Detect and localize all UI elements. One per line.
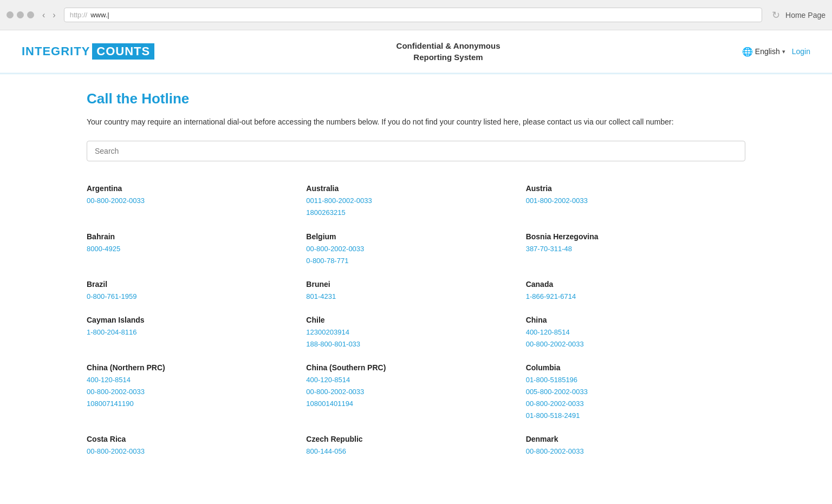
browser-dots bbox=[6, 11, 34, 18]
login-link[interactable]: Login bbox=[792, 47, 810, 56]
country-name: Costa Rica bbox=[87, 435, 306, 443]
browser-chrome: ‹ › http:// www.| ↻ Home Page bbox=[0, 0, 832, 30]
logo-integrity: INTEGRITY bbox=[22, 44, 90, 58]
country-phone[interactable]: 801-4231 bbox=[306, 291, 525, 303]
country-phone[interactable]: 387-70-311-48 bbox=[526, 243, 745, 255]
country-phone[interactable]: 400-120-8514 bbox=[526, 326, 745, 338]
country-entry: Brunei801-4231 bbox=[306, 273, 525, 309]
country-name: China (Southern PRC) bbox=[306, 363, 525, 372]
browser-forward-button[interactable]: › bbox=[50, 9, 58, 21]
country-name: Brunei bbox=[306, 280, 525, 289]
main-content: Call the Hotline Your country may requir… bbox=[0, 74, 832, 486]
country-entry: Argentina00-800-2002-0033 bbox=[87, 178, 306, 225]
country-phone[interactable]: 00-800-2002-0033 bbox=[306, 243, 525, 255]
country-phone[interactable]: 00-800-2002-0033 bbox=[526, 338, 745, 350]
country-entry: Costa Rica00-800-2002-0033 bbox=[87, 428, 306, 464]
browser-reload-icon[interactable]: ↻ bbox=[772, 9, 780, 21]
country-phone[interactable]: 00-800-2002-0033 bbox=[87, 446, 306, 457]
browser-homepage-label[interactable]: Home Page bbox=[785, 11, 826, 19]
country-phone[interactable]: 00-800-2002-0033 bbox=[306, 386, 525, 398]
browser-address-bar[interactable]: http:// www.| bbox=[64, 8, 762, 22]
logo-container: INTEGRITY COUNTS bbox=[22, 43, 154, 60]
country-entry: Canada1-866-921-6714 bbox=[526, 273, 745, 309]
country-entry: China (Northern PRC)400-120-851400-800-2… bbox=[87, 357, 306, 428]
browser-dot-1 bbox=[6, 11, 14, 18]
country-phone[interactable]: 400-120-8514 bbox=[87, 374, 306, 386]
country-name: Australia bbox=[306, 184, 525, 193]
header-center-text: Confidential & Anonymous Reporting Syste… bbox=[396, 40, 500, 63]
country-name: China (Northern PRC) bbox=[87, 363, 306, 372]
browser-url: www.| bbox=[90, 11, 109, 19]
country-name: Belgium bbox=[306, 232, 525, 241]
country-name: Bahrain bbox=[87, 232, 306, 241]
country-name: Cayman Islands bbox=[87, 316, 306, 324]
logo-counts: COUNTS bbox=[92, 43, 154, 60]
country-phone[interactable]: 00-800-2002-0033 bbox=[526, 446, 745, 457]
site-header: INTEGRITY COUNTS Confidential & Anonymou… bbox=[0, 30, 832, 74]
country-phone[interactable]: 0011-800-2002-0033 bbox=[306, 195, 525, 207]
browser-nav: ‹ › bbox=[40, 9, 58, 21]
country-name: Brazil bbox=[87, 280, 306, 289]
country-entry: Cayman Islands1-800-204-8116 bbox=[87, 309, 306, 357]
browser-dot-3 bbox=[27, 11, 34, 18]
country-entry: China (Southern PRC)400-120-851400-800-2… bbox=[306, 357, 525, 428]
country-entry: Austria001-800-2002-0033 bbox=[526, 178, 745, 225]
header-center: Confidential & Anonymous Reporting Syste… bbox=[396, 40, 500, 63]
country-phone[interactable]: 00-800-2002-0033 bbox=[526, 398, 745, 410]
header-right: 🌐 English ▾ Login bbox=[742, 47, 810, 57]
country-grid: Argentina00-800-2002-0033Australia0011-8… bbox=[87, 178, 745, 464]
country-phone[interactable]: 00-800-2002-0033 bbox=[87, 195, 306, 207]
country-name: Chile bbox=[306, 316, 525, 324]
country-name: Canada bbox=[526, 280, 745, 289]
country-entry: Czech Republic800-144-056 bbox=[306, 428, 525, 464]
header-line2: Reporting System bbox=[413, 53, 483, 62]
browser-dot-2 bbox=[17, 11, 24, 18]
country-entry: Columbia01-800-5185196005-800-2002-00330… bbox=[526, 357, 745, 428]
country-phone[interactable]: 001-800-2002-0033 bbox=[526, 195, 745, 207]
country-phone[interactable]: 800-144-056 bbox=[306, 446, 525, 457]
search-input[interactable] bbox=[87, 141, 745, 161]
header-line1: Confidential & Anonymous bbox=[396, 41, 500, 50]
country-phone[interactable]: 00-800-2002-0033 bbox=[87, 386, 306, 398]
country-name: Columbia bbox=[526, 363, 745, 372]
country-phone[interactable]: 8000-4925 bbox=[87, 243, 306, 255]
country-entry: Brazil0-800-761-1959 bbox=[87, 273, 306, 309]
country-phone[interactable]: 01-800-5185196 bbox=[526, 374, 745, 386]
country-phone[interactable]: 01-800-518-2491 bbox=[526, 410, 745, 422]
lang-icon: 🌐 bbox=[742, 47, 753, 57]
country-name: Czech Republic bbox=[306, 435, 525, 443]
country-phone[interactable]: 12300203914 bbox=[306, 326, 525, 338]
country-name: Bosnia Herzegovina bbox=[526, 232, 745, 241]
country-phone[interactable]: 1800263215 bbox=[306, 207, 525, 219]
country-entry: Australia0011-800-2002-00331800263215 bbox=[306, 178, 525, 225]
country-entry: Denmark00-800-2002-0033 bbox=[526, 428, 745, 464]
country-name: Argentina bbox=[87, 184, 306, 193]
page-title: Call the Hotline bbox=[87, 90, 745, 107]
country-phone[interactable]: 400-120-8514 bbox=[306, 374, 525, 386]
country-entry: China400-120-851400-800-2002-0033 bbox=[526, 309, 745, 357]
country-name: Denmark bbox=[526, 435, 745, 443]
country-entry: Bosnia Herzegovina387-70-311-48 bbox=[526, 226, 745, 273]
language-selector[interactable]: 🌐 English ▾ bbox=[742, 47, 785, 57]
country-entry: Belgium00-800-2002-00330-800-78-771 bbox=[306, 226, 525, 273]
lang-label: English bbox=[755, 47, 780, 56]
browser-protocol: http:// bbox=[70, 11, 88, 19]
country-phone[interactable]: 0-800-78-771 bbox=[306, 255, 525, 267]
country-entry: Bahrain8000-4925 bbox=[87, 226, 306, 273]
country-phone[interactable]: 108001401194 bbox=[306, 398, 525, 410]
lang-arrow-icon: ▾ bbox=[782, 48, 785, 55]
country-name: Austria bbox=[526, 184, 745, 193]
country-phone[interactable]: 188-800-801-033 bbox=[306, 338, 525, 350]
country-entry: Chile12300203914188-800-801-033 bbox=[306, 309, 525, 357]
browser-back-button[interactable]: ‹ bbox=[40, 9, 48, 21]
country-phone[interactable]: 108007141190 bbox=[87, 398, 306, 410]
country-phone[interactable]: 0-800-761-1959 bbox=[87, 291, 306, 303]
country-phone[interactable]: 1-866-921-6714 bbox=[526, 291, 745, 303]
intro-text: Your country may require an internationa… bbox=[87, 116, 745, 128]
country-phone[interactable]: 1-800-204-8116 bbox=[87, 326, 306, 338]
country-name: China bbox=[526, 316, 745, 324]
country-phone[interactable]: 005-800-2002-0033 bbox=[526, 386, 745, 398]
